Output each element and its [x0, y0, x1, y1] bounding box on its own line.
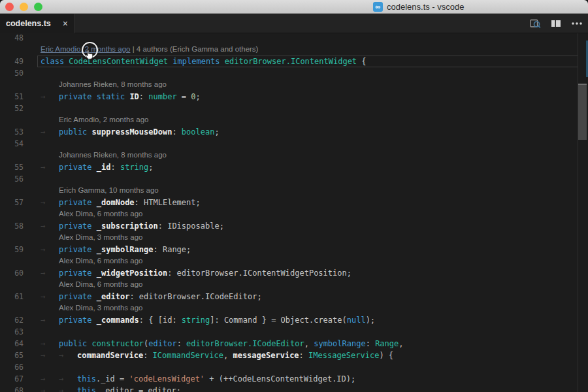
line-number: 52: [0, 103, 24, 114]
line-number: 54: [0, 138, 24, 150]
codelens-annotation: Alex Dima, 3 months ago: [41, 232, 142, 244]
codelens-annotation: Alex Dima, 6 months ago: [41, 279, 142, 291]
line-number: 57: [0, 197, 24, 208]
vscode-logo-icon: ∞: [373, 2, 383, 12]
codelens-annotation: Johannes Rieken, 8 months ago: [41, 150, 167, 161]
code-line-content: →private _symbolRange: Range;: [41, 244, 191, 255]
line-number: 68: [0, 385, 24, 392]
code-line-content: →private _widgetPosition: editorBrowser.…: [41, 267, 351, 279]
code-row: 61→private _editor: editorBrowser.ICodeE…: [0, 291, 578, 302]
code-editor[interactable]: 48Eric Amodio, 2 months ago | 4 authors …: [0, 33, 588, 392]
line-number: 63: [0, 326, 24, 338]
line-number: [0, 79, 24, 91]
code-line-content: →→this._id = 'codeLensWidget' + (++CodeL…: [41, 373, 355, 385]
code-row: 62→private _commands: { [id: string]: Co…: [0, 314, 578, 326]
line-number: [0, 255, 24, 267]
tab-whitespace-icon: →: [41, 220, 59, 232]
tab-codelens-ts[interactable]: codelens.ts ×: [0, 14, 74, 33]
codelens-row: Johannes Rieken, 8 months ago: [0, 79, 578, 91]
tab-whitespace-icon: →: [59, 373, 77, 385]
code-line-content: →public constructor(editor: editorBrowse…: [41, 338, 403, 350]
code-line-content: →private _id: string;: [41, 161, 154, 173]
codelens-row: Eric Amodio, 2 months ago: [0, 114, 578, 126]
code-row: 54: [0, 138, 578, 150]
code-row: 55→private _id: string;: [0, 161, 578, 173]
line-number: [0, 185, 24, 197]
code-row: 59→private _symbolRange: Range;: [0, 244, 578, 255]
line-number: 61: [0, 291, 24, 302]
codelens-annotation: Alex Dima, 3 months ago: [41, 302, 142, 314]
line-number: 56: [0, 173, 24, 185]
tab-whitespace-icon: →: [41, 338, 59, 350]
code-line-content: →public suppressMouseDown: boolean;: [41, 126, 220, 138]
code-line-content: →private _commands: { [id: string]: Comm…: [41, 314, 375, 326]
code-row: 66: [0, 361, 578, 373]
code-line-content: →→commandService: ICommandService, messa…: [41, 350, 393, 361]
line-number: 49: [0, 56, 24, 67]
line-number: 48: [0, 33, 24, 44]
codelens-annotation: Alex Dima, 6 months ago: [41, 208, 142, 220]
codelens-row: Alex Dima, 6 months ago: [0, 279, 578, 291]
code-line-content: →private _domNode: HTMLElement;: [41, 197, 201, 208]
line-number: 58: [0, 220, 24, 232]
codelens-row: Erich Gamma, 10 months ago: [0, 185, 578, 197]
codelens-row: Johannes Rieken, 8 months ago: [0, 150, 578, 161]
line-number: 67: [0, 373, 24, 385]
line-number: 60: [0, 267, 24, 279]
tab-whitespace-icon: →: [41, 197, 59, 208]
code-row: 67→→this._id = 'codeLensWidget' + (++Cod…: [0, 373, 578, 385]
hand-cursor-icon: [84, 48, 96, 63]
code-line-content: →private static ID: number = 0;: [41, 91, 201, 103]
tab-label: codelens.ts: [6, 19, 51, 28]
codelens-row: Alex Dima, 3 months ago: [0, 232, 578, 244]
line-number: 55: [0, 161, 24, 173]
code-row: 52: [0, 103, 578, 114]
code-row: 57→private _domNode: HTMLElement;: [0, 197, 578, 208]
minimize-window-button[interactable]: [20, 3, 28, 11]
code-row: 56: [0, 173, 578, 185]
tab-whitespace-icon: →: [41, 314, 59, 326]
zoom-window-button[interactable]: [34, 3, 42, 11]
line-number: [0, 302, 24, 314]
titlebar[interactable]: ∞ codelens.ts - vscode: [0, 0, 588, 14]
line-number: 66: [0, 361, 24, 373]
line-number: 51: [0, 91, 24, 103]
line-number: [0, 208, 24, 220]
scrollbar-thumb[interactable]: [578, 84, 587, 140]
line-number: 59: [0, 244, 24, 255]
code-row: 51→private static ID: number = 0;: [0, 91, 578, 103]
code-row: 64→public constructor(editor: editorBrow…: [0, 338, 578, 350]
window-title: codelens.ts - vscode: [387, 2, 465, 12]
close-window-button[interactable]: [5, 3, 14, 11]
more-actions-icon[interactable]: [570, 16, 584, 31]
code-row: 50: [0, 67, 578, 79]
tab-whitespace-icon: →: [41, 291, 59, 302]
open-preview-icon[interactable]: [528, 16, 542, 31]
code-row: 60→private _widgetPosition: editorBrowse…: [0, 267, 578, 279]
line-number: 50: [0, 67, 24, 79]
codelens-annotation: Eric Amodio, 2 months ago | 4 authors (E…: [41, 44, 258, 56]
code-row: 68→→this._editor = editor;: [0, 385, 578, 392]
codelens-authors-count: | 4 authors (Erich Gamma and others): [130, 45, 258, 53]
split-editor-icon[interactable]: [549, 16, 563, 31]
codelens-row: Alex Dima, 6 months ago: [0, 208, 578, 220]
line-number: 64: [0, 338, 24, 350]
line-number: 62: [0, 314, 24, 326]
tab-whitespace-icon: →: [41, 126, 59, 138]
line-number: 53: [0, 126, 24, 138]
codelens-row: Alex Dima, 6 months ago: [0, 255, 578, 267]
codelens-row: Alex Dima, 3 months ago: [0, 302, 578, 314]
line-number: 65: [0, 350, 24, 361]
line-number: [0, 232, 24, 244]
editor-tab-bar: codelens.ts ×: [0, 14, 588, 33]
code-row: 63: [0, 326, 578, 338]
tab-whitespace-icon: →: [59, 350, 77, 361]
code-line-content: →private _editor: editorBrowser.ICodeEdi…: [41, 291, 262, 302]
tab-whitespace-icon: →: [41, 244, 59, 255]
codelens-annotation: Alex Dima, 6 months ago: [41, 255, 142, 267]
line-number: [0, 150, 24, 161]
vscode-window: ∞ codelens.ts - vscode codelens.ts ×: [0, 0, 588, 392]
codelens-annotation: Eric Amodio, 2 months ago: [41, 114, 148, 126]
code-row: 53→public suppressMouseDown: boolean;: [0, 126, 578, 138]
tab-close-icon[interactable]: ×: [63, 19, 68, 28]
